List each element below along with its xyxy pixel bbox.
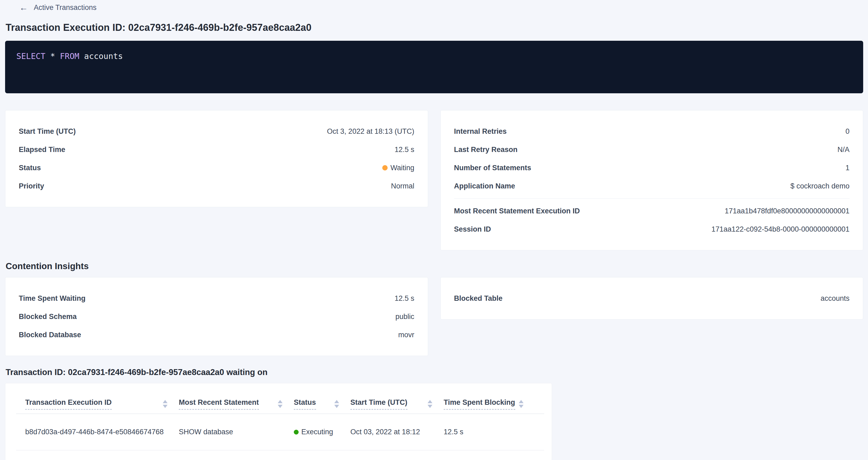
row-label: Start Time (UTC) <box>19 127 76 135</box>
summary-row-statement-execution-id: Most Recent Statement Execution ID 171aa… <box>454 202 850 220</box>
row-label: Number of Statements <box>454 164 531 172</box>
contention-cards-row: Time Spent Waiting 12.5 s Blocked Schema… <box>5 277 863 356</box>
row-value: $ cockroach demo <box>790 182 849 190</box>
summary-card-right: Internal Retries 0 Last Retry Reason N/A… <box>440 110 863 250</box>
cell-transaction-execution-id: b8d7d03a-d497-446b-8474-e50846674768 <box>16 428 179 436</box>
cell-most-recent-statement: SHOW database <box>179 428 294 436</box>
summary-row-number-of-statements: Number of Statements 1 <box>454 159 850 177</box>
column-header-start-time[interactable]: Start Time (UTC) <box>350 398 444 409</box>
column-header-label: Time Spent Blocking <box>444 398 515 409</box>
contention-card-right: Blocked Table accounts <box>440 277 863 319</box>
contention-row-blocked-schema: Blocked Schema public <box>19 307 414 326</box>
row-value: Oct 3, 2022 at 18:13 (UTC) <box>327 127 414 135</box>
column-header-label: Most Recent Statement <box>179 398 259 409</box>
row-label: Most Recent Statement Execution ID <box>454 207 580 215</box>
waiting-on-table-card: Transaction Execution ID Most Recent Sta… <box>5 383 552 460</box>
back-arrow-icon: ← <box>19 3 28 12</box>
column-header-label: Status <box>294 398 316 409</box>
summary-row-start-time: Start Time (UTC) Oct 3, 2022 at 18:13 (U… <box>19 122 414 141</box>
summary-row-application-name: Application Name $ cockroach demo <box>454 177 850 195</box>
contention-row-blocked-table: Blocked Table accounts <box>454 289 850 307</box>
row-label: Blocked Database <box>19 331 81 339</box>
summary-row-elapsed-time: Elapsed Time 12.5 s <box>19 141 414 159</box>
column-header-label: Transaction Execution ID <box>25 398 112 409</box>
row-label: Priority <box>19 182 44 190</box>
sort-icon <box>334 400 339 408</box>
row-label: Last Retry Reason <box>454 146 518 154</box>
status-executing-dot-icon <box>294 430 299 434</box>
column-header-most-recent-statement[interactable]: Most Recent Statement <box>179 398 294 409</box>
row-label: Elapsed Time <box>19 146 65 154</box>
row-label: Blocked Table <box>454 294 503 303</box>
statement-execution-id-link[interactable]: 171aa1b478fdf0e80000000000000001 <box>725 207 850 215</box>
contention-row-blocked-database: Blocked Database movr <box>19 326 414 344</box>
transaction-details-page: ← Active Transactions Transaction Execut… <box>0 0 868 460</box>
column-header-status[interactable]: Status <box>294 398 350 409</box>
summary-row-status: Status Waiting <box>19 159 414 177</box>
row-label: Blocked Schema <box>19 313 77 321</box>
column-header-time-spent-blocking[interactable]: Time Spent Blocking <box>444 398 535 409</box>
status-text: Executing <box>301 428 333 436</box>
status-text: Waiting <box>390 164 414 172</box>
summary-row-internal-retries: Internal Retries 0 <box>454 122 850 141</box>
row-value: accounts <box>820 294 849 303</box>
summary-row-priority: Priority Normal <box>19 177 414 195</box>
sql-keyword-select: SELECT <box>17 52 45 61</box>
row-value: 0 <box>845 127 849 135</box>
cell-start-time: Oct 03, 2022 at 18:12 <box>350 428 444 436</box>
row-value: 1 <box>845 164 849 172</box>
sort-icon <box>278 400 283 408</box>
summary-card-left: Start Time (UTC) Oct 3, 2022 at 18:13 (U… <box>5 110 428 207</box>
contention-insights-heading: Contention Insights <box>6 261 863 271</box>
table-header-row: Transaction Execution ID Most Recent Sta… <box>16 394 544 414</box>
row-label: Application Name <box>454 182 515 190</box>
row-value: public <box>395 313 414 321</box>
sql-star: * <box>45 52 60 61</box>
sql-statement-box: SELECT * FROM accounts <box>5 41 863 93</box>
table-row: b8d7d03a-d497-446b-8474-e50846674768 SHO… <box>16 414 544 450</box>
sort-icon <box>163 400 167 408</box>
sql-keyword-from: FROM <box>60 52 79 61</box>
summary-cards-row: Start Time (UTC) Oct 3, 2022 at 18:13 (U… <box>5 110 863 250</box>
back-link[interactable]: ← Active Transactions <box>19 3 96 12</box>
waiting-on-heading: Transaction ID: 02ca7931-f246-469b-b2fe-… <box>6 368 863 377</box>
row-label: Status <box>19 164 41 172</box>
cell-time-spent-blocking: 12.5 s <box>444 428 535 436</box>
column-header-label: Start Time (UTC) <box>350 398 407 409</box>
session-id-link[interactable]: 171aa122-c092-54b8-0000-000000000001 <box>711 225 849 234</box>
column-header-transaction-execution-id[interactable]: Transaction Execution ID <box>16 398 179 409</box>
back-link-label: Active Transactions <box>34 3 96 12</box>
status-badge: Waiting <box>382 164 414 172</box>
status-waiting-dot-icon <box>382 165 388 171</box>
contention-row-time-spent-waiting: Time Spent Waiting 12.5 s <box>19 289 414 307</box>
sort-icon <box>519 400 524 408</box>
row-value: Normal <box>391 182 414 190</box>
row-value: 12.5 s <box>395 294 414 303</box>
row-value: movr <box>398 331 414 339</box>
cell-status: Executing <box>294 428 350 436</box>
sql-statement: SELECT * FROM accounts <box>17 52 852 61</box>
row-label: Session ID <box>454 225 491 234</box>
row-value: 12.5 s <box>395 146 414 154</box>
sql-table-name: accounts <box>79 52 123 61</box>
summary-row-session-id: Session ID 171aa122-c092-54b8-0000-00000… <box>454 220 850 238</box>
sort-icon <box>428 400 432 408</box>
summary-row-last-retry-reason: Last Retry Reason N/A <box>454 141 850 159</box>
page-title: Transaction Execution ID: 02ca7931-f246-… <box>6 22 863 33</box>
contention-card-left: Time Spent Waiting 12.5 s Blocked Schema… <box>5 277 428 356</box>
row-value: N/A <box>837 146 849 154</box>
row-label: Internal Retries <box>454 127 507 135</box>
row-label: Time Spent Waiting <box>19 294 86 303</box>
